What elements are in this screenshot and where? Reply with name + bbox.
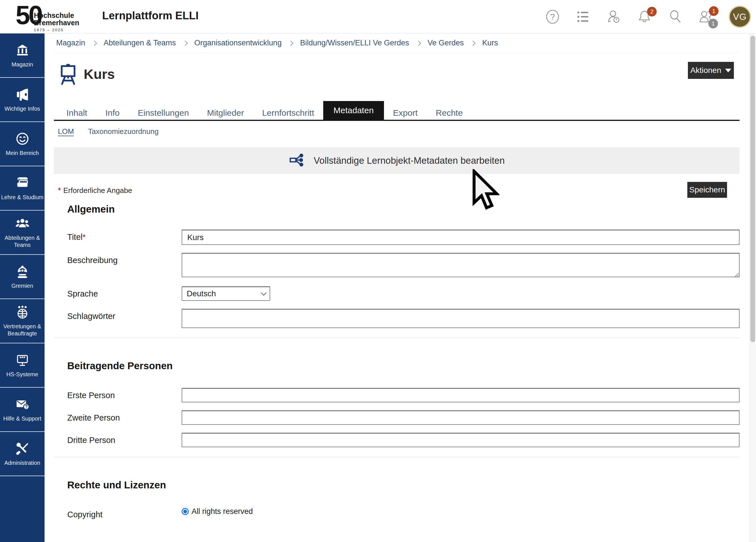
subtab-bar: LOM Taxonomiezuordnung: [54, 127, 740, 136]
banner-label: Vollständige Lernobjekt-Metadaten bearbe…: [314, 155, 505, 166]
page-title: Kurs: [84, 66, 115, 82]
section-heading-rechte: Rechte und Lizenzen: [67, 479, 740, 491]
section-heading-beitragende: Beitragende Personen: [67, 360, 740, 371]
assembly-icon: [15, 264, 30, 279]
form-row-beschreibung: Beschreibung: [54, 253, 740, 278]
sidebar-item-label: Magazin: [11, 61, 34, 68]
sidebar-item-hilfe-support[interactable]: ? Hilfe & Support: [0, 388, 45, 432]
sidebar-item-label: Lehre & Studium: [0, 194, 44, 201]
breadcrumb-separator: [471, 41, 476, 46]
tab-mitglieder[interactable]: Mitglieder: [198, 106, 253, 120]
actions-button-label: Aktionen: [690, 66, 721, 75]
required-asterisk: *: [58, 186, 61, 195]
sidebar-item-label: Hilfe & Support: [2, 415, 42, 422]
bank-icon: [15, 43, 30, 58]
sidebar-item-label: Wichtige Infos: [4, 105, 41, 112]
beschreibung-textarea[interactable]: [182, 253, 740, 277]
globe-people-icon: [15, 305, 30, 320]
search-icon[interactable]: [667, 9, 683, 24]
form-row-dritte-person: Dritte Person: [54, 433, 740, 447]
tab-einstellungen[interactable]: Einstellungen: [129, 106, 198, 120]
tab-inhalt[interactable]: Inhalt: [57, 106, 96, 120]
svg-text:?: ?: [25, 404, 28, 409]
sprache-selected-value: Deutsch: [187, 289, 216, 298]
sidebar-item-vertretungen[interactable]: Vertretungen & Beauftragte: [0, 299, 45, 343]
contacts-icon[interactable]: 1 1: [698, 9, 713, 24]
help-icon[interactable]: ?: [545, 9, 560, 24]
required-note: *Erforderliche Angabe: [58, 186, 132, 195]
breadcrumb-item[interactable]: Magazin: [56, 39, 85, 47]
form-row-erste-person: Erste Person: [54, 388, 740, 402]
breadcrumb-item[interactable]: Abteilungen & Teams: [104, 39, 176, 47]
sidebar-item-label: Abteilungen & Teams: [0, 234, 45, 249]
sprache-label: Sprache: [54, 286, 182, 301]
logo-name-line1: Hochschule: [34, 12, 79, 19]
contacts-badge-top: 1: [709, 6, 719, 16]
erste-person-label: Erste Person: [54, 388, 182, 402]
main-content: Magazin Abteilungen & Teams Organisation…: [45, 33, 749, 527]
user-status-icon[interactable]: [606, 9, 621, 24]
sprache-select[interactable]: Deutsch: [182, 286, 270, 301]
avatar[interactable]: VG: [729, 6, 751, 28]
list-icon[interactable]: [576, 9, 591, 24]
form-row-copyright: Copyright All rights reserved: [54, 507, 740, 519]
dritte-person-input[interactable]: [182, 433, 740, 447]
save-button[interactable]: Speichern: [687, 182, 727, 198]
megaphone-icon: [15, 87, 30, 102]
smiley-icon: [15, 131, 30, 146]
notifications-icon[interactable]: 2: [637, 9, 652, 24]
tab-rechte[interactable]: Rechte: [427, 106, 472, 120]
sidebar-item-magazin[interactable]: Magazin: [0, 33, 45, 78]
schlagwoerter-label: Schlagwörter: [54, 309, 182, 328]
tab-metadaten[interactable]: Metadaten: [323, 101, 384, 120]
breadcrumb-item[interactable]: Organisationsentwicklung: [194, 39, 282, 47]
books-icon: [15, 176, 30, 190]
sidebar-item-mein-bereich[interactable]: Mein Bereich: [0, 122, 45, 166]
form-row-sprache: Sprache Deutsch: [54, 286, 740, 301]
breadcrumb-separator: [288, 41, 293, 46]
sidebar-item-label: Vertretungen & Beauftragte: [0, 323, 45, 337]
sidebar-item-label: Gremien: [11, 282, 34, 289]
erste-person-input[interactable]: [182, 388, 740, 402]
subtab-lom[interactable]: LOM: [58, 127, 74, 136]
people-group-icon: [15, 216, 30, 231]
schlagwoerter-input[interactable]: [182, 309, 740, 328]
notifications-badge: 2: [647, 7, 657, 16]
tab-lernfortschritt[interactable]: Lernfortschritt: [253, 106, 323, 120]
main-sidebar: Magazin Wichtige Infos Mein Bereich Lehr…: [0, 33, 45, 542]
breadcrumb-item[interactable]: Kurs: [482, 39, 498, 47]
scrollbar-thumb[interactable]: [750, 36, 755, 342]
copyright-radio[interactable]: [182, 508, 189, 515]
university-logo[interactable]: 50 Hochschule Bremerhaven 1975 – 2025: [16, 3, 79, 32]
edit-full-metadata-banner[interactable]: Vollständige Lernobjekt-Metadaten bearbe…: [54, 147, 740, 174]
sidebar-item-wichtige-infos[interactable]: Wichtige Infos: [0, 78, 45, 122]
form-row-schlagwoerter: Schlagwörter: [54, 309, 740, 328]
required-asterisk: *: [83, 233, 86, 241]
sidebar-item-administration[interactable]: Administration: [0, 432, 45, 476]
tab-export[interactable]: Export: [384, 106, 427, 120]
zweite-person-label: Zweite Person: [54, 410, 182, 425]
sidebar-item-label: Administration: [3, 459, 41, 467]
sidebar-item-lehre-studium[interactable]: Lehre & Studium: [0, 166, 45, 211]
sidebar-item-hs-systeme[interactable]: *** HS-Systeme: [0, 343, 45, 388]
breadcrumb-separator: [182, 41, 188, 46]
help-glyph: ?: [550, 12, 555, 21]
breadcrumb: Magazin Abteilungen & Teams Organisation…: [54, 33, 740, 53]
actions-button[interactable]: Aktionen: [688, 62, 734, 79]
section-heading-allgemein: Allgemein: [67, 203, 740, 215]
breadcrumb-separator: [92, 41, 97, 46]
contacts-badge-bottom: 1: [708, 19, 718, 28]
svg-text:***: ***: [19, 355, 25, 361]
titel-input[interactable]: [182, 230, 740, 245]
tab-info[interactable]: Info: [96, 106, 129, 120]
vertical-scrollbar[interactable]: [749, 33, 756, 542]
breadcrumb-item[interactable]: Ve Gerdes: [428, 39, 464, 47]
breadcrumb-item[interactable]: Bildung/Wissen/ELLI Ve Gerdes: [300, 39, 409, 47]
subtab-taxonomiezuordnung[interactable]: Taxonomiezuordnung: [88, 127, 159, 136]
zweite-person-input[interactable]: [182, 410, 740, 425]
sidebar-item-gremien[interactable]: Gremien: [0, 255, 45, 299]
sidebar-item-abteilungen-teams[interactable]: Abteilungen & Teams: [0, 211, 45, 255]
form-row-zweite-person: Zweite Person: [54, 410, 740, 425]
logo-name-line2: Bremerhaven: [34, 19, 79, 27]
breadcrumb-separator: [416, 41, 421, 46]
